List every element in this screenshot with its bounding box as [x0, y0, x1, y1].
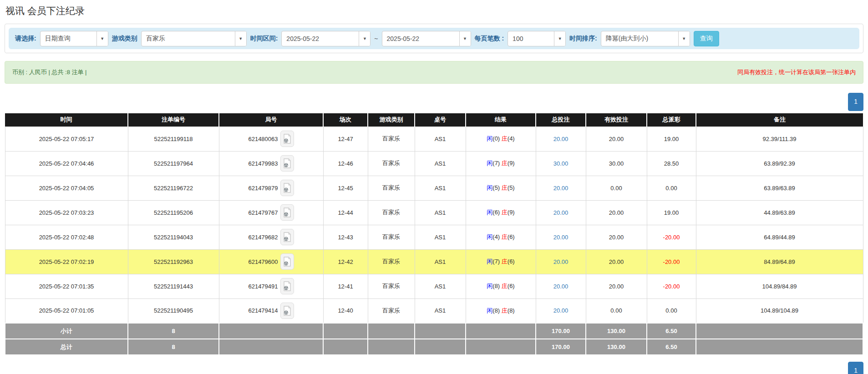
cell-payout: 19.00 [647, 126, 696, 151]
cell-bet-id: 522521191443 [128, 274, 219, 298]
cell-round-id: 621479879 [219, 176, 323, 200]
cell-game: 百家乐 [368, 176, 415, 200]
betting-records-table: 时间 注单编号 局号 场次 游戏类别 桌号 结果 总投注 有效投注 总派彩 备注… [5, 113, 863, 355]
col-header-bet-id: 注单编号 [128, 113, 219, 126]
result-player: 闲 [487, 307, 492, 314]
cell-round-id: 621479491 [219, 274, 323, 298]
search-button[interactable]: 查询 [694, 31, 719, 46]
cell-valid-bet: 20.00 [586, 274, 647, 298]
date-to-select[interactable]: 2025-05-22 ▼ [382, 31, 471, 46]
query-type-value: 日期查询 [41, 31, 96, 46]
table-row[interactable]: 2025-05-22 07:02:19 522521192963 6214796… [5, 249, 863, 274]
cell-result: 闲(0) 庄(4) [466, 126, 536, 151]
table-row[interactable]: 2025-05-22 07:04:46 522521197964 6214799… [5, 151, 863, 176]
result-player: 闲 [487, 233, 492, 240]
cell-total-bet: 20.00 [536, 176, 586, 200]
page-size-select[interactable]: 100 ▼ [508, 31, 566, 46]
cell-game: 百家乐 [368, 249, 415, 274]
total-valid-bet: 130.00 [586, 339, 647, 355]
cell-total-bet: 20.00 [536, 126, 586, 151]
subtotal-row: 小计 8 170.00 130.00 6.50 [5, 323, 863, 339]
chevron-down-icon[interactable]: ▼ [554, 31, 565, 46]
col-header-game: 游戏类别 [368, 113, 415, 126]
total-label: 总计 [5, 339, 128, 355]
result-banker: 庄 [502, 233, 508, 240]
cell-table-no: AS1 [415, 151, 466, 176]
result-player: 闲 [487, 160, 492, 167]
cell-total-bet: 20.00 [536, 225, 586, 249]
video-replay-icon[interactable] [280, 229, 294, 245]
filter-bar: 请选择: 日期查询 ▼ 游戏类别 百家乐 ▼ 时间区间: 2025-05-22 … [9, 28, 859, 49]
cell-note: 92.39/111.39 [696, 126, 863, 151]
page-1-button[interactable]: 1 [848, 362, 863, 374]
total-bet-link[interactable]: 20.00 [553, 136, 569, 142]
table-row[interactable]: 2025-05-22 07:05:17 522521199118 6214800… [5, 126, 863, 151]
cell-valid-bet: 20.00 [586, 126, 647, 151]
sort-order-label: 时间排序: [569, 35, 597, 43]
pagination-top: 1 [5, 93, 863, 111]
table-row[interactable]: 2025-05-22 07:01:05 522521190495 6214794… [5, 298, 863, 323]
cell-payout: 28.50 [647, 151, 696, 176]
cell-time: 2025-05-22 07:04:05 [5, 176, 128, 200]
sort-order-select[interactable]: 降冪(由大到小) ▼ [601, 31, 690, 46]
page-title: 视讯 会员下注纪录 [0, 0, 868, 23]
table-header: 时间 注单编号 局号 场次 游戏类别 桌号 结果 总投注 有效投注 总派彩 备注 [5, 113, 863, 126]
cell-bet-id: 522521194043 [128, 225, 219, 249]
page-1-button[interactable]: 1 [848, 93, 863, 111]
cell-round-id: 621479414 [219, 298, 323, 323]
table-row[interactable]: 2025-05-22 07:01:35 522521191443 6214794… [5, 274, 863, 298]
result-player: 闲 [487, 283, 492, 289]
total-bet-link[interactable]: 20.00 [553, 258, 569, 265]
date-range-separator: ~ [374, 35, 378, 42]
cell-time: 2025-05-22 07:03:23 [5, 200, 128, 225]
table-row[interactable]: 2025-05-22 07:02:48 522521194043 6214796… [5, 225, 863, 249]
video-replay-icon[interactable] [280, 253, 294, 270]
video-replay-icon[interactable] [280, 180, 294, 196]
cell-session: 12-45 [323, 176, 368, 200]
total-bet-link[interactable]: 20.00 [553, 234, 569, 241]
result-banker: 庄 [502, 184, 508, 191]
cell-table-no: AS1 [415, 249, 466, 274]
cell-payout: -20.00 [647, 274, 696, 298]
sort-order-value: 降冪(由大到小) [601, 31, 678, 46]
video-replay-icon[interactable] [280, 303, 294, 319]
cell-game: 百家乐 [368, 225, 415, 249]
cell-session: 12-40 [323, 298, 368, 323]
video-replay-icon[interactable] [280, 155, 294, 172]
subtotal-total-bet: 170.00 [536, 323, 586, 339]
video-replay-icon[interactable] [280, 204, 294, 221]
total-payout: 6.50 [647, 339, 696, 355]
cell-note: 63.89/92.39 [696, 151, 863, 176]
cell-payout: 19.00 [647, 200, 696, 225]
chevron-down-icon[interactable]: ▼ [96, 31, 108, 46]
cell-payout: -20.00 [647, 225, 696, 249]
cell-session: 12-42 [323, 249, 368, 274]
cell-valid-bet: 0.00 [586, 298, 647, 323]
pagination-bottom: 1 [5, 362, 863, 374]
total-bet-link[interactable]: 20.00 [553, 185, 569, 192]
chevron-down-icon[interactable]: ▼ [678, 31, 690, 46]
date-from-select[interactable]: 2025-05-22 ▼ [281, 31, 371, 46]
summary-currency-count: 币别 : 人民币 | 总共 :8 注单 | [12, 68, 87, 76]
col-header-result: 结果 [466, 113, 536, 126]
cell-payout: -20.00 [647, 249, 696, 274]
chevron-down-icon[interactable]: ▼ [235, 31, 246, 46]
cell-note: 44.89/63.89 [696, 200, 863, 225]
total-bet-link[interactable]: 20.00 [553, 283, 569, 290]
cell-round-id: 621479767 [219, 200, 323, 225]
chevron-down-icon[interactable]: ▼ [359, 31, 370, 46]
game-category-select[interactable]: 百家乐 ▼ [141, 31, 247, 46]
cell-game: 百家乐 [368, 151, 415, 176]
table-row[interactable]: 2025-05-22 07:03:23 522521195206 6214797… [5, 200, 863, 225]
total-bet-link[interactable]: 20.00 [553, 307, 569, 314]
table-footer: 小计 8 170.00 130.00 6.50 总计 8 170.00 130.… [5, 323, 863, 355]
cell-round-id: 621479682 [219, 225, 323, 249]
query-type-select[interactable]: 日期查询 ▼ [40, 31, 108, 46]
total-bet-link[interactable]: 30.00 [553, 160, 569, 167]
video-replay-icon[interactable] [280, 278, 294, 294]
cell-time: 2025-05-22 07:01:35 [5, 274, 128, 298]
table-row[interactable]: 2025-05-22 07:04:05 522521196722 6214798… [5, 176, 863, 200]
chevron-down-icon[interactable]: ▼ [459, 31, 471, 46]
total-bet-link[interactable]: 20.00 [553, 209, 569, 216]
video-replay-icon[interactable] [280, 131, 294, 147]
